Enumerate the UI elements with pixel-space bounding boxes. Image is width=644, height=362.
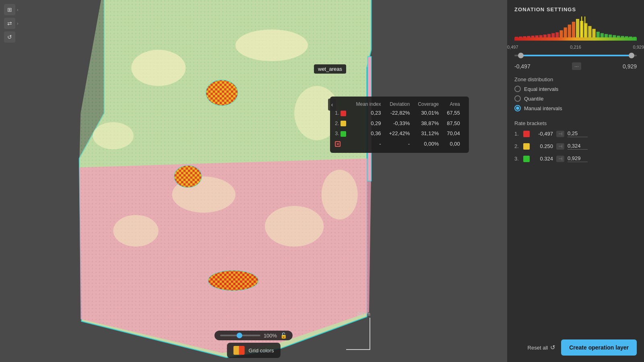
- bracket-from: 0.250: [533, 143, 553, 149]
- zone-cell: ✕: [335, 139, 352, 149]
- toolbar: ⊞ › ⇄ › ↺: [4, 4, 19, 43]
- svg-point-10: [265, 206, 324, 247]
- range-fill: [520, 55, 631, 56]
- range-separator-icon: ···: [572, 62, 581, 70]
- radio-manual-intervals[interactable]: Manual intervals: [514, 105, 637, 111]
- zone-swatch: [341, 121, 346, 126]
- svg-point-9: [113, 215, 159, 247]
- radio-label-equal: Equal intervals: [524, 86, 558, 92]
- grid-colors-label: Grid colors: [249, 348, 274, 354]
- toolbar-item-2[interactable]: ⇄ ›: [4, 18, 19, 29]
- hist-max-label: 0,929: [633, 45, 644, 49]
- bracket-swatch: [523, 131, 530, 137]
- map-area[interactable]: ⊞ › ⇄ › ↺: [0, 0, 507, 362]
- bracket-num: 3.: [514, 156, 520, 162]
- gc-right: [239, 346, 245, 355]
- stat-cell: 70,04: [443, 128, 464, 139]
- zone-cell: 2.: [335, 118, 352, 129]
- radio-circle-quantile: [514, 95, 521, 102]
- hist-min-label: 0,497: [507, 45, 518, 49]
- bracket-separator: ⊣: [556, 156, 564, 162]
- stat-cell: 0,36: [352, 128, 385, 139]
- zone-distribution: Zone distribution Equal intervals Quanti…: [514, 76, 637, 115]
- stat-cell: 38,87%: [414, 118, 443, 129]
- grid-colors-icon: [233, 346, 245, 355]
- map-svg: [0, 0, 507, 362]
- create-operation-button[interactable]: Create operation layer: [561, 339, 637, 356]
- map-tooltip: wet_areas: [314, 64, 346, 74]
- svg-point-4: [131, 50, 186, 86]
- bracket-swatch: [523, 143, 530, 150]
- zone-cell: 1.: [335, 108, 352, 118]
- svg-point-7: [93, 122, 134, 150]
- bracket-row: 3. 0.324 ⊣ 0,929: [514, 155, 637, 162]
- stat-cell: -: [352, 139, 385, 149]
- bracket-to[interactable]: 0,324: [568, 143, 588, 150]
- rate-brackets-title: Rate brackets: [514, 120, 637, 126]
- zone-cell: 3.: [335, 128, 352, 139]
- stats-panel: Mean index Deviation Coverage Area 1. 0,…: [330, 97, 469, 153]
- radio-equal-intervals[interactable]: Equal intervals: [514, 86, 637, 92]
- svg-point-13: [206, 80, 238, 105]
- layers-icon: ⊞: [4, 4, 15, 15]
- radio-quantile[interactable]: Quantile: [514, 95, 637, 102]
- table-row: 2. 0,29-0,33%38,87%87,50: [335, 118, 464, 129]
- x-swatch: ✕: [335, 141, 341, 147]
- refresh-icon: ↺: [4, 31, 15, 43]
- range-slider[interactable]: [514, 52, 637, 59]
- grid-colors-panel[interactable]: Grid colors: [227, 343, 281, 358]
- zone-dist-title: Zone distribution: [514, 76, 637, 82]
- range-thumb-right[interactable]: [629, 53, 634, 58]
- range-max-value: 0,929: [623, 63, 637, 70]
- histogram-container: [514, 16, 637, 41]
- chevron-right-icon-2: ›: [17, 21, 19, 26]
- stat-cell: 67,55: [443, 108, 464, 118]
- minmax-row: -0,497 ··· 0,929: [514, 62, 637, 70]
- hist-mid-label: 0,216: [570, 45, 581, 49]
- bracket-to[interactable]: 0,25: [568, 130, 588, 137]
- zoom-slider-container[interactable]: 100% 🔓: [215, 331, 293, 340]
- svg-point-15: [174, 166, 202, 187]
- svg-point-17: [208, 271, 258, 291]
- bracket-row: 1. -0,497 ⊣ 0,25: [514, 130, 637, 137]
- table-row: 3. 0,36+22,42%31,12%70,04: [335, 128, 464, 139]
- stat-cell: 30,01%: [414, 108, 443, 118]
- zoom-slider[interactable]: [220, 335, 260, 336]
- create-label: Create operation layer: [569, 344, 629, 351]
- scale-label: 200 m: [357, 311, 370, 317]
- radio-label-quantile: Quantile: [524, 96, 543, 102]
- tooltip-text: wet_areas: [318, 66, 342, 72]
- radio-label-manual: Manual intervals: [524, 105, 562, 111]
- col-header-dev: Deviation: [385, 101, 414, 108]
- range-thumb-left[interactable]: [518, 53, 524, 58]
- toolbar-item-1[interactable]: ⊞ ›: [4, 4, 19, 15]
- bracket-separator: ⊣: [556, 131, 564, 137]
- zoom-label: 100%: [264, 333, 277, 339]
- reset-all-button[interactable]: Reset all ↺: [528, 344, 556, 351]
- histogram-labels: 0,497 0,216 0,929: [507, 45, 644, 49]
- chevron-right-icon: ›: [17, 7, 19, 12]
- scale-line: [346, 318, 370, 350]
- stat-cell: 0,29: [352, 118, 385, 129]
- bracket-from: -0,497: [533, 131, 553, 137]
- radio-circle-equal: [514, 86, 521, 92]
- range-min-value: -0,497: [514, 63, 530, 70]
- zone-swatch: [341, 111, 346, 116]
- zoom-lock-button[interactable]: 🔓: [280, 332, 287, 339]
- stat-cell: -22,82%: [385, 108, 414, 118]
- scale-bar: 200 m: [346, 311, 370, 350]
- svg-point-11: [322, 170, 358, 220]
- reset-label: Reset all: [528, 345, 548, 351]
- stat-cell: -0,33%: [385, 118, 414, 129]
- stat-cell: 0,00: [443, 139, 464, 149]
- toolbar-item-3[interactable]: ↺: [4, 31, 19, 43]
- stat-cell: -: [385, 139, 414, 149]
- bracket-to[interactable]: 0,929: [568, 155, 588, 162]
- zone-swatch: [341, 131, 346, 137]
- reset-icon: ↺: [550, 344, 555, 351]
- expand-arrow[interactable]: ‹: [328, 99, 336, 111]
- col-header-mean: Mean index: [352, 101, 385, 108]
- bracket-from: 0.324: [533, 156, 553, 162]
- radio-dot-manual: [516, 107, 519, 110]
- stat-cell: 87,50: [443, 118, 464, 129]
